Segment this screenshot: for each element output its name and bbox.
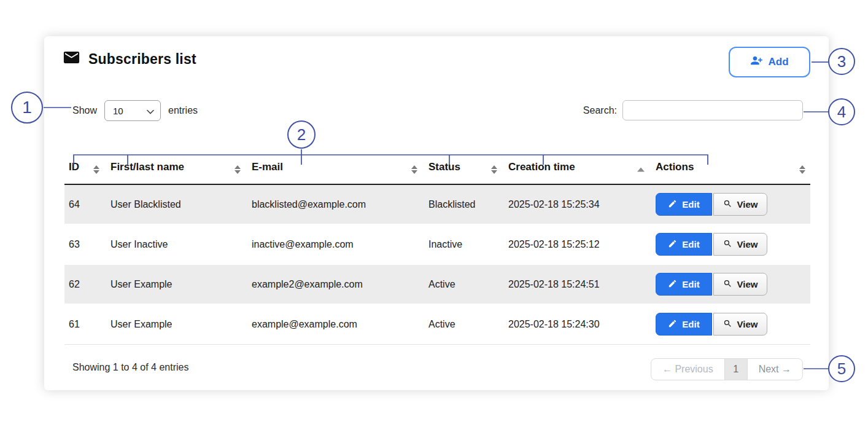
table-controls: Show 10 entries Search:: [44, 100, 829, 121]
magnifier-icon: [723, 279, 732, 290]
edit-button[interactable]: Edit: [656, 273, 712, 296]
page: Subscribers list Add Show 10 entries Sea…: [0, 0, 868, 432]
cell-name: User Inactive: [104, 224, 246, 264]
entries-summary: Showing 1 to 4 of 4 entries: [72, 362, 188, 373]
cell-creation-time: 2025-02-18 15:25:12: [502, 224, 649, 264]
view-button[interactable]: View: [713, 233, 767, 256]
cell-actions: Edit View: [649, 224, 810, 264]
edit-button[interactable]: Edit: [656, 313, 712, 336]
chevron-down-icon: [147, 106, 154, 116]
table-row: 64 User Blacklisted blacklisted@example.…: [64, 184, 810, 224]
edit-button[interactable]: Edit: [656, 233, 712, 256]
pencil-icon: [668, 319, 677, 330]
sort-updown-icon: [491, 165, 497, 174]
cell-status: Inactive: [422, 224, 502, 264]
previous-page-button[interactable]: ← Previous: [651, 359, 724, 380]
column-header-email[interactable]: E-mail: [246, 155, 422, 184]
sort-updown-icon: [93, 165, 99, 174]
callout-2: 2: [287, 120, 316, 149]
search-label: Search:: [583, 105, 617, 116]
cell-status: Active: [422, 264, 502, 304]
card-header: Subscribers list: [63, 51, 196, 68]
cell-creation-time: 2025-02-18 15:24:30: [502, 304, 649, 344]
sort-updown-icon: [799, 165, 805, 174]
cell-id: 61: [64, 304, 104, 344]
page-size-control: Show 10 entries: [72, 100, 198, 121]
page-number-button[interactable]: 1: [724, 359, 748, 380]
search-control: Search:: [583, 100, 803, 120]
view-button[interactable]: View: [713, 313, 767, 336]
cell-email: blacklisted@example.com: [246, 184, 422, 224]
cell-status: Active: [422, 304, 502, 344]
cell-name: User Example: [104, 264, 246, 304]
callout-4: 4: [828, 98, 855, 125]
page-size-select[interactable]: 10: [104, 100, 161, 121]
column-header-actions[interactable]: Actions: [649, 155, 810, 184]
cell-email: example2@example.com: [246, 264, 422, 304]
cell-name: User Blacklisted: [104, 184, 246, 224]
sort-up-icon: [637, 168, 645, 172]
column-header-status[interactable]: Status: [422, 155, 502, 184]
pencil-icon: [668, 279, 677, 290]
cell-id: 64: [64, 184, 104, 224]
search-input[interactable]: [622, 100, 803, 120]
page-title: Subscribers list: [88, 51, 196, 68]
cell-id: 63: [64, 224, 104, 264]
cell-actions: Edit View: [649, 184, 810, 224]
pencil-icon: [668, 239, 677, 250]
cell-actions: Edit View: [649, 304, 810, 344]
magnifier-icon: [723, 199, 732, 210]
add-button[interactable]: Add: [729, 47, 810, 77]
table-row: 61 User Example example@example.com Acti…: [64, 304, 810, 344]
sort-updown-icon: [411, 165, 417, 174]
pagination: ← Previous 1 Next →: [651, 358, 803, 380]
column-header-id[interactable]: ID: [64, 155, 104, 184]
column-header-creation-time[interactable]: Creation time: [502, 155, 649, 184]
user-plus-icon: [750, 55, 763, 69]
table-body: 64 User Blacklisted blacklisted@example.…: [64, 184, 810, 344]
next-page-button[interactable]: Next →: [748, 359, 802, 380]
view-button[interactable]: View: [713, 273, 767, 296]
edit-button[interactable]: Edit: [656, 193, 712, 216]
cell-email: inactive@example.com: [246, 224, 422, 264]
magnifier-icon: [723, 239, 732, 250]
pencil-icon: [668, 199, 677, 210]
view-button[interactable]: View: [713, 193, 767, 216]
show-label: Show: [72, 105, 97, 116]
sort-updown-icon: [234, 165, 241, 174]
cell-actions: Edit View: [649, 264, 810, 304]
add-button-label: Add: [768, 56, 788, 68]
table-row: 63 User Inactive inactive@example.com In…: [64, 224, 810, 264]
table-row: 62 User Example example2@example.com Act…: [64, 264, 810, 304]
callout-1: 1: [11, 92, 43, 124]
cell-name: User Example: [104, 304, 246, 344]
table-header-row: ID First/last name E-mail Status: [64, 155, 810, 184]
cell-id: 62: [64, 264, 104, 304]
callout-3: 3: [828, 48, 855, 75]
cell-status: Blacklisted: [422, 184, 502, 224]
cell-creation-time: 2025-02-18 15:25:34: [502, 184, 649, 224]
cell-email: example@example.com: [246, 304, 422, 344]
subscribers-card: Subscribers list Add Show 10 entries Sea…: [44, 36, 829, 390]
subscribers-table: ID First/last name E-mail Status: [64, 155, 810, 345]
column-header-name[interactable]: First/last name: [104, 155, 246, 184]
page-size-value: 10: [113, 106, 123, 116]
envelope-icon: [63, 52, 80, 67]
cell-creation-time: 2025-02-18 15:24:51: [502, 264, 649, 304]
callout-5: 5: [828, 355, 855, 382]
magnifier-icon: [723, 319, 732, 330]
entries-label: entries: [168, 105, 198, 116]
